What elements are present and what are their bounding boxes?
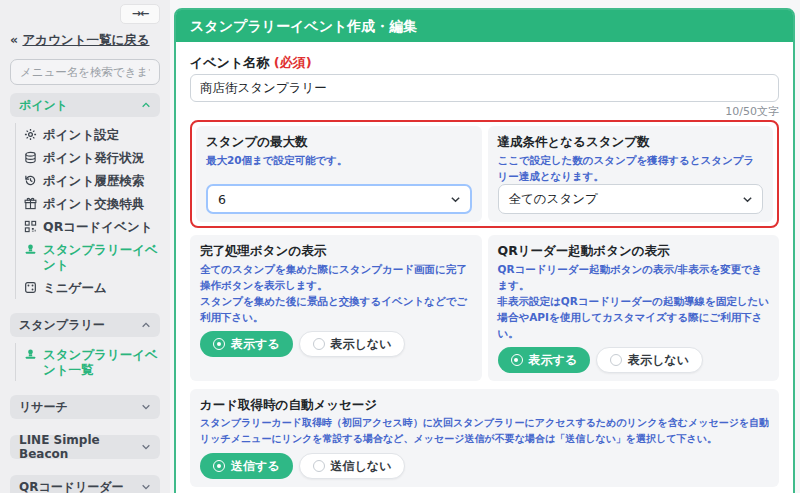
sidebar-item-label: ミニゲーム	[43, 280, 107, 295]
max-stamps-select[interactable]: 6	[206, 184, 472, 214]
history-icon	[24, 174, 37, 187]
goal-stamps-label: 達成条件となるスタンプ数	[498, 134, 764, 150]
sidebar-item-label: ポイント発行状況	[43, 150, 144, 165]
complete-show-radio[interactable]: 表示する	[200, 331, 293, 357]
auto-message-label: カード取得時の自動メッセージ	[200, 397, 769, 413]
complete-button-help: 全てのスタンプを集めた際にスタンプカード画面に完了操作ボタンを表示します。 スタ…	[200, 261, 472, 325]
sidebar-group-line-simple-beacon[interactable]: LINE Simple Beacon	[10, 435, 160, 459]
qr-hide-radio[interactable]: 表示しない	[596, 347, 703, 373]
required-badge: (必須)	[274, 55, 312, 70]
chevron-down-icon	[141, 442, 151, 452]
chevron-down-icon	[742, 194, 753, 205]
radio-unselected-icon	[313, 338, 325, 350]
sidebar-collapse-button[interactable]: →←	[120, 4, 160, 24]
stamp-rally-edit-card: スタンプラリーイベント作成・編集 イベント名称 (必須) 10/50文字 スタン…	[174, 8, 795, 493]
menu-search-input[interactable]	[10, 59, 160, 85]
event-name-label: イベント名称 (必須)	[190, 54, 779, 71]
qr-show-radio[interactable]: 表示する	[498, 347, 591, 373]
qr-launch-toggle: 表示する 表示しない	[498, 347, 770, 373]
sidebar-item-label: スタンプラリーイベント一覧	[43, 347, 160, 377]
sidebar-item-minigame[interactable]: ミニゲーム	[24, 276, 160, 299]
sidebar-item-label: ポイント履歴検索	[43, 173, 144, 188]
chevron-up-icon	[141, 100, 151, 110]
complete-button-panel: 完了処理ボタンの表示 全てのスタンプを集めた際にスタンプカード画面に完了操作ボタ…	[190, 235, 482, 381]
char-counter: 10/50文字	[190, 104, 779, 118]
stamp-icon	[24, 243, 37, 256]
chevron-down-icon	[450, 194, 461, 205]
chevrons-left-icon: «	[10, 32, 18, 47]
complete-hide-radio[interactable]: 表示しない	[299, 331, 406, 357]
complete-button-label: 完了処理ボタンの表示	[200, 243, 472, 259]
group-label: LINE Simple Beacon	[19, 433, 141, 461]
game-die-icon	[24, 281, 37, 294]
group-label: スタンプラリー	[19, 317, 105, 334]
sidebar-item-label: QRコードイベント	[43, 219, 153, 234]
gear-icon	[24, 128, 37, 141]
auto-message-toggle: 送信する 送信しない	[200, 453, 769, 479]
stamp-rally-menu-list: スタンプラリーイベント一覧	[15, 343, 160, 381]
sidebar-item-label: スタンプラリーイベント	[43, 242, 160, 272]
group-label: リサーチ	[19, 399, 68, 416]
sidebar-item-stamp-rally-event-list[interactable]: スタンプラリーイベント一覧	[24, 343, 160, 381]
collapse-arrows-icon: →←	[132, 7, 148, 20]
points-menu-list: ポイント設定 ポイント発行状況 ポイント履歴検索 ポイント交換特典 QRコードイ…	[15, 123, 160, 299]
max-stamps-value: 6	[218, 192, 226, 207]
complete-button-toggle: 表示する 表示しない	[200, 331, 472, 357]
event-name-input[interactable]	[190, 74, 779, 102]
page-title: スタンプラリーイベント作成・編集	[176, 10, 793, 42]
sidebar-item-point-settings[interactable]: ポイント設定	[24, 123, 160, 146]
stamp-count-highlight-box: スタンプの最大数 最大20個まで設定可能です。 6 達成条件となるスタンプ数 こ…	[190, 120, 779, 228]
sidebar-item-point-history[interactable]: ポイント履歴検索	[24, 169, 160, 192]
group-label: QRコードリーダー	[19, 479, 124, 493]
sidebar-group-points[interactable]: ポイント	[10, 93, 160, 117]
send-radio[interactable]: 送信する	[200, 453, 293, 479]
radio-selected-icon	[213, 460, 225, 472]
auto-message-help: スタンプラリーカード取得時（初回アクセス時）に次回スタンプラリーにアクセスするた…	[200, 415, 769, 447]
sidebar-item-label: ポイント設定	[43, 127, 119, 142]
back-to-accounts-link[interactable]: « アカウント一覧に戻る	[10, 32, 160, 49]
sidebar-group-stamp-rally[interactable]: スタンプラリー	[10, 313, 160, 337]
sidebar-group-qr-reader[interactable]: QRコードリーダー	[10, 475, 160, 493]
sidebar-item-point-issuance[interactable]: ポイント発行状況	[24, 146, 160, 169]
qr-code-icon	[24, 220, 37, 233]
radio-unselected-icon	[610, 354, 622, 366]
qr-launch-button-label: QRリーダー起動ボタンの表示	[498, 243, 770, 259]
qr-launch-button-help: QRコードリーダー起動ボタンの表示/非表示を変更できます。 非表示設定はQRコー…	[498, 261, 770, 341]
sidebar-item-label: ポイント交換特典	[43, 196, 144, 211]
goal-stamps-help: ここで設定した数のスタンプを獲得するとスタンプラリー達成となります。	[498, 152, 764, 184]
chevron-up-icon	[141, 320, 151, 330]
sidebar-item-point-rewards[interactable]: ポイント交換特典	[24, 192, 160, 215]
gift-icon	[24, 197, 37, 210]
no-send-radio[interactable]: 送信しない	[299, 453, 406, 479]
radio-unselected-icon	[313, 460, 325, 472]
chevron-down-icon	[141, 482, 151, 492]
coins-icon	[24, 151, 37, 164]
sidebar-item-stamp-rally-event[interactable]: スタンプラリーイベント	[24, 238, 160, 276]
qr-launch-button-panel: QRリーダー起動ボタンの表示 QRコードリーダー起動ボタンの表示/非表示を変更で…	[488, 235, 780, 381]
radio-selected-icon	[511, 354, 523, 366]
sidebar: →← « アカウント一覧に戻る ポイント ポイント設定 ポイント発行状況	[0, 0, 170, 493]
back-link-label: アカウント一覧に戻る	[22, 32, 149, 47]
chevron-down-icon	[141, 402, 151, 412]
auto-message-panel: カード取得時の自動メッセージ スタンプラリーカード取得時（初回アクセス時）に次回…	[190, 389, 779, 487]
group-label: ポイント	[19, 97, 68, 114]
max-stamps-label: スタンプの最大数	[206, 134, 472, 150]
stamp-icon	[24, 348, 37, 361]
goal-stamps-value: 全てのスタンプ	[509, 191, 598, 208]
sidebar-group-research[interactable]: リサーチ	[10, 395, 160, 419]
max-stamps-panel: スタンプの最大数 最大20個まで設定可能です。 6	[196, 126, 482, 222]
goal-stamps-select[interactable]: 全てのスタンプ	[498, 184, 764, 214]
max-stamps-help: 最大20個まで設定可能です。	[206, 152, 472, 168]
goal-stamps-panel: 達成条件となるスタンプ数 ここで設定した数のスタンプを獲得するとスタンプラリー達…	[488, 126, 774, 222]
sidebar-item-qr-event[interactable]: QRコードイベント	[24, 215, 160, 238]
radio-selected-icon	[213, 338, 225, 350]
